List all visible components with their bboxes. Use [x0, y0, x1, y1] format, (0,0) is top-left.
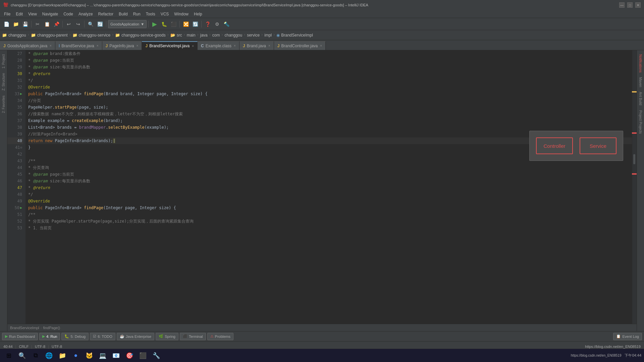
nav-java[interactable]: java — [200, 33, 208, 38]
tab-close-3[interactable]: × — [137, 44, 139, 48]
menu-refactor[interactable]: Refactor — [96, 11, 116, 17]
taskbar-app4[interactable]: 🎯 — [123, 350, 136, 362]
nav-changgou[interactable]: 📁 changgou — [2, 33, 26, 38]
toolbar-open[interactable]: 📁 — [11, 20, 20, 28]
run-dashboard-button[interactable]: ▶ Run Dashboard — [2, 333, 38, 340]
tab-close-5[interactable]: × — [234, 44, 236, 48]
nav-com[interactable]: com — [212, 33, 220, 38]
tab-close-4[interactable]: × — [192, 44, 194, 48]
toolbar-search[interactable]: 🔍 — [86, 20, 95, 28]
scroll-gutter[interactable] — [632, 50, 637, 324]
menu-navigate[interactable]: Navigate — [40, 11, 61, 17]
menu-help[interactable]: Help — [191, 11, 205, 17]
nav-main[interactable]: main — [187, 33, 196, 38]
tab-close-7[interactable]: × — [320, 44, 322, 48]
toolbar-redo[interactable]: ↪ — [74, 20, 83, 28]
panel-maven[interactable]: Maven — [638, 76, 643, 88]
taskbar-search[interactable]: 🔍 — [16, 350, 28, 362]
menu-edit[interactable]: Edit — [13, 11, 25, 17]
menu-analyze[interactable]: Analyze — [76, 11, 96, 17]
toolbar-save[interactable]: 💾 — [21, 20, 30, 28]
debug-button-bottom[interactable]: 🐛 5: Debug — [61, 333, 89, 340]
taskbar-app3[interactable]: 📧 — [110, 350, 122, 362]
java-enterprise-button[interactable]: ☕ Java Enterprise — [117, 333, 154, 340]
taskbar-windows[interactable]: ⊞ — [3, 350, 15, 362]
menu-code[interactable]: Code — [61, 11, 76, 17]
nav-changgou2[interactable]: changgou — [224, 33, 242, 38]
taskbar-chrome[interactable]: ● — [70, 350, 82, 362]
minimize-button[interactable]: — — [619, 2, 625, 8]
status-charset[interactable]: UTF-8 — [35, 345, 45, 349]
menu-view[interactable]: View — [25, 11, 40, 17]
app-selector[interactable]: GoodsApplication ▼ — [108, 20, 147, 28]
panel-project-projects[interactable]: Project Projects — [638, 109, 643, 135]
run-button[interactable]: ▶ — [150, 20, 159, 28]
toolbar-settings[interactable]: ⚙ — [213, 20, 221, 28]
code-view[interactable]: 27 28 29 30 31 32 33▶ 34 35 36 37 38 39 … — [7, 50, 637, 324]
breadcrumb-class: BrandServiceImpl — [10, 326, 39, 330]
tab-brandservice[interactable]: I BrandService.java × — [55, 41, 102, 50]
toolbar-find-action[interactable]: 🔦 — [222, 20, 231, 28]
toolbar-new[interactable]: 📄 — [2, 20, 11, 28]
tab-close-6[interactable]: × — [268, 44, 270, 48]
toolbar-paste[interactable]: 📌 — [52, 20, 61, 28]
panel-notifications[interactable]: Notifications — [638, 53, 643, 74]
panel-project[interactable]: 1: Project — [1, 53, 6, 70]
toolbar-vcs[interactable]: 🔀 — [181, 20, 190, 28]
nav-service[interactable]: 📁 changgou-service — [72, 33, 111, 38]
close-button[interactable]: ✕ — [635, 2, 641, 8]
maximize-button[interactable]: □ — [627, 2, 633, 8]
terminal-button[interactable]: ⬛ Terminal — [180, 333, 206, 340]
taskbar-app2[interactable]: 💻 — [97, 350, 109, 362]
toolbar-copy[interactable]: 📋 — [43, 20, 51, 28]
taskbar-edge[interactable]: 🌐 — [43, 350, 55, 362]
stop-button[interactable]: ⬛ — [169, 20, 178, 28]
tab-brandcontroller[interactable]: J BrandController.java × — [274, 41, 326, 50]
run-button-bottom[interactable]: ▶ 4: Run — [39, 333, 60, 340]
taskbar-folder[interactable]: 📁 — [56, 350, 68, 362]
nav-brandserviceimpl[interactable]: ◉ BrandServiceImpl — [276, 33, 313, 38]
taskbar-app1[interactable]: 🐱 — [83, 350, 95, 362]
nav-goods[interactable]: 📁 changgou-service-goods — [115, 33, 165, 38]
menu-build[interactable]: Build — [116, 11, 130, 17]
event-log-button[interactable]: 📋 Event Log — [613, 333, 642, 340]
panel-favorites[interactable]: 2: Favorites — [1, 94, 6, 114]
code-content[interactable]: * @param brand:搜索条件 * @param page:当前页 * … — [25, 50, 632, 324]
taskbar-app6[interactable]: 🔧 — [150, 350, 162, 362]
tab-brand[interactable]: J Brand.java × — [239, 41, 274, 50]
todo-button[interactable]: ☑ 6: TODO — [90, 333, 115, 340]
tab-pageinfo[interactable]: J PageInfo.java × — [102, 41, 142, 50]
popup-service-button[interactable]: Service — [580, 137, 616, 154]
spring-button[interactable]: 🌿 Spring — [156, 333, 178, 340]
tab-close-1[interactable]: × — [50, 44, 52, 48]
nav-service2[interactable]: service — [247, 33, 260, 38]
menu-run[interactable]: Run — [130, 11, 143, 17]
nav-src[interactable]: 📂 src — [170, 33, 182, 38]
toolbar-replace[interactable]: 🔄 — [96, 20, 104, 28]
popup-controller-button[interactable]: Controller — [536, 137, 573, 154]
debug-button[interactable]: 🐛 — [160, 20, 168, 28]
menu-window[interactable]: Window — [171, 11, 191, 17]
tab-example[interactable]: C Example.class × — [198, 41, 239, 50]
nav-impl[interactable]: impl — [264, 33, 272, 38]
menu-file[interactable]: File — [1, 11, 13, 17]
scrollbar-thumb[interactable] — [633, 154, 635, 164]
tab-goodsapplication[interactable]: J GoodsApplication.java × — [0, 41, 55, 50]
tab-brandserviceimpl[interactable]: J BrandServiceImpl.java × — [142, 41, 198, 50]
menu-tools[interactable]: Tools — [143, 11, 158, 17]
taskbar-app5[interactable]: ⬛ — [137, 350, 149, 362]
status-encoding[interactable]: CRLF — [19, 345, 29, 349]
panel-ant-build[interactable]: Ant Build — [638, 90, 643, 107]
problems-button[interactable]: ⚠ Problems — [207, 333, 233, 340]
panel-structure[interactable]: Z: Structure — [1, 72, 6, 92]
status-url[interactable]: https://blog.csdn.net/en_EN08519 — [585, 345, 641, 349]
tab-close-2[interactable]: × — [97, 44, 99, 48]
toolbar-update[interactable]: 🔃 — [191, 20, 200, 28]
toolbar-undo[interactable]: ↩ — [64, 20, 73, 28]
toolbar-help[interactable]: ❓ — [203, 20, 212, 28]
nav-parent[interactable]: 📁 changgou-parent — [31, 33, 68, 38]
toolbar-cut[interactable]: ✂ — [33, 20, 42, 28]
taskbar-task-view[interactable]: ⧉ — [30, 350, 42, 362]
status-position[interactable]: 40:44 — [3, 345, 13, 349]
menu-vcs[interactable]: VCS — [158, 11, 172, 17]
